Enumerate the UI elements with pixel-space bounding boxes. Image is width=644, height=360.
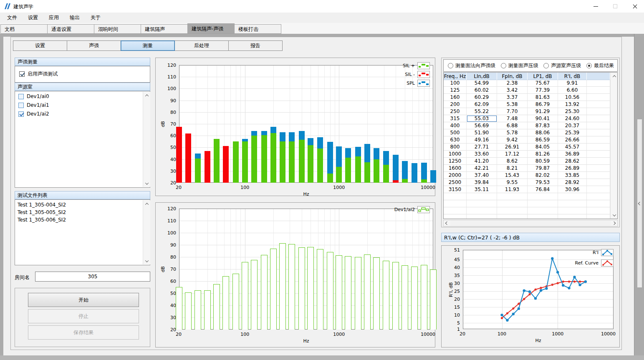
result-radio-3[interactable]: 最后结果 — [586, 62, 614, 69]
table-cell-9-0[interactable]: 800 — [444, 143, 467, 151]
table-cell-2-3[interactable]: 81.63 — [528, 94, 558, 101]
channel-checkbox-2[interactable] — [18, 111, 24, 117]
table-cell-8-2[interactable]: 9.42 — [497, 136, 528, 143]
table-cell-12-1[interactable]: 42.21 — [467, 165, 497, 172]
table-cell-6-5[interactable] — [587, 122, 610, 129]
channel-checkbox-1[interactable] — [18, 103, 24, 108]
table-cell-4-1[interactable]: 55.22 — [467, 108, 497, 115]
subtab-4[interactable]: 报告 — [228, 40, 283, 51]
table-cell-2-1[interactable]: 60.29 — [467, 94, 497, 101]
table-cell-14-4[interactable]: 28.92 — [558, 179, 587, 186]
table-cell-0-0[interactable]: 100 — [444, 80, 467, 87]
table-cell-14-1[interactable]: 39.84 — [467, 179, 497, 186]
radio-icon-3[interactable] — [586, 63, 592, 68]
table-cell-7-5[interactable] — [587, 129, 610, 136]
table-cell-3-1[interactable]: 62.09 — [467, 101, 497, 108]
stop-button[interactable]: 停止 — [28, 309, 139, 323]
table-cell-13-3[interactable]: 82.02 — [528, 172, 558, 179]
subtab-0[interactable]: 设置 — [13, 40, 67, 51]
table-cell-2-0[interactable]: 160 — [444, 94, 467, 101]
table-cell-15-4[interactable]: 30.96 — [558, 186, 587, 193]
result-radio-2[interactable]: 声源室声压级 — [543, 62, 581, 69]
tab-3[interactable]: 建筑隔声 — [141, 24, 188, 34]
table-cell-3-2[interactable]: 5.38 — [497, 101, 528, 108]
collapse-panel-handle[interactable] — [637, 119, 642, 288]
table-cell-8-5[interactable] — [587, 136, 610, 143]
table-cell-1-2[interactable]: 3.42 — [497, 87, 528, 94]
table-cell-1-3[interactable]: 77.39 — [528, 87, 558, 94]
table-cell-5-1[interactable]: 55.03 — [467, 115, 497, 122]
table-cell-9-4[interactable]: 45.57 — [558, 143, 587, 151]
table-cell-9-5[interactable] — [587, 143, 610, 151]
table-cell-12-3[interactable]: 79.87 — [528, 165, 558, 172]
tab-4[interactable]: 建筑隔声-声强 — [187, 23, 235, 34]
maximize-button[interactable] — [607, 0, 624, 13]
tab-5[interactable]: 楼板打击 — [234, 24, 281, 34]
test-file-item-2[interactable]: Test 1_305-006_SI2 — [15, 216, 150, 224]
table-cell-8-3[interactable]: 86.59 — [528, 136, 558, 143]
table-cell-6-1[interactable]: 56.69 — [467, 122, 497, 129]
subtab-2[interactable]: 测量 — [121, 40, 175, 51]
channel-item-2[interactable]: Dev1/ai2 — [16, 110, 150, 118]
scroll-up-button[interactable] — [611, 73, 618, 80]
table-cell-13-1[interactable]: 37.40 — [467, 172, 497, 179]
table-cell-8-0[interactable]: 630 — [444, 136, 467, 143]
menu-item-3[interactable]: 输出 — [64, 13, 85, 23]
table-cell-10-0[interactable]: 1000 — [444, 151, 467, 158]
table-cell-11-5[interactable] — [587, 158, 610, 165]
table-cell-7-1[interactable]: 51.90 — [467, 129, 497, 136]
test-file-item-1[interactable]: Test 1_305-005_SI2 — [15, 209, 150, 216]
table-cell-1-5[interactable] — [587, 87, 610, 94]
radio-icon-2[interactable] — [543, 63, 549, 68]
table-cell-6-2[interactable]: 6.88 — [497, 122, 528, 129]
table-cell-10-4[interactable]: 36.89 — [558, 151, 587, 158]
table-cell-8-1[interactable]: 49.16 — [467, 136, 497, 143]
scroll-left-button[interactable] — [444, 220, 450, 226]
table-cell-4-2[interactable]: 7.70 — [497, 108, 528, 115]
result-radio-1[interactable]: 测量面声压级 — [501, 62, 538, 69]
scroll-down-button[interactable] — [143, 257, 150, 264]
vertical-scrollbar[interactable] — [143, 92, 150, 187]
table-cell-5-3[interactable]: 90.41 — [528, 115, 558, 122]
table-cell-11-3[interactable]: 80.59 — [528, 158, 558, 165]
table-cell-11-4[interactable]: 28.62 — [558, 158, 587, 165]
table-cell-15-3[interactable]: 76.84 — [528, 186, 558, 193]
table-cell-0-4[interactable]: 9.91 — [558, 80, 587, 87]
table-cell-1-1[interactable]: 60.02 — [467, 87, 497, 94]
minimize-button[interactable] — [587, 0, 604, 13]
table-cell-15-0[interactable]: 3150 — [444, 186, 467, 193]
table-cell-14-2[interactable]: 9.55 — [497, 179, 528, 186]
table-cell-4-5[interactable] — [587, 108, 610, 115]
subtab-1[interactable]: 声强 — [67, 40, 121, 51]
close-button[interactable] — [626, 0, 643, 13]
table-cell-5-4[interactable]: 24.60 — [558, 115, 587, 122]
table-cell-9-1[interactable]: 27.71 — [467, 143, 497, 151]
table-cell-6-4[interactable]: 20.37 — [558, 122, 587, 129]
table-cell-7-4[interactable]: 25.39 — [558, 129, 587, 136]
table-cell-14-0[interactable]: 2500 — [444, 179, 467, 186]
table-cell-5-0[interactable]: 315 — [444, 115, 467, 122]
radio-icon-0[interactable] — [448, 63, 453, 68]
scroll-down-button[interactable] — [611, 211, 618, 219]
vertical-scrollbar[interactable] — [143, 200, 150, 264]
menu-item-4[interactable]: 关于 — [85, 13, 106, 23]
menu-item-2[interactable]: 应用 — [43, 13, 64, 23]
table-cell-7-2[interactable]: 5.78 — [497, 129, 528, 136]
menu-item-0[interactable]: 文件 — [2, 13, 23, 23]
scroll-up-button[interactable] — [143, 92, 150, 99]
table-cell-4-0[interactable]: 250 — [444, 108, 467, 115]
vertical-scrollbar[interactable] — [610, 73, 617, 219]
test-file-item-0[interactable]: Test 1_305-004_SI2 — [15, 201, 150, 209]
table-cell-2-5[interactable] — [587, 94, 610, 101]
table-cell-15-5[interactable] — [587, 186, 610, 193]
tab-1[interactable]: 通道设置 — [47, 24, 94, 34]
table-cell-7-3[interactable]: 88.06 — [528, 129, 558, 136]
scroll-up-button[interactable] — [143, 200, 150, 207]
table-cell-13-4[interactable]: 33.85 — [558, 172, 587, 179]
table-cell-10-2[interactable]: 17.12 — [497, 151, 528, 158]
table-cell-13-2[interactable]: 15.43 — [497, 172, 528, 179]
table-cell-0-2[interactable]: 2.38 — [497, 80, 528, 87]
table-cell-0-3[interactable]: 75.67 — [528, 80, 558, 87]
channel-item-0[interactable]: Dev1/ai0 — [16, 93, 150, 100]
table-cell-15-2[interactable]: 11.93 — [497, 186, 528, 193]
